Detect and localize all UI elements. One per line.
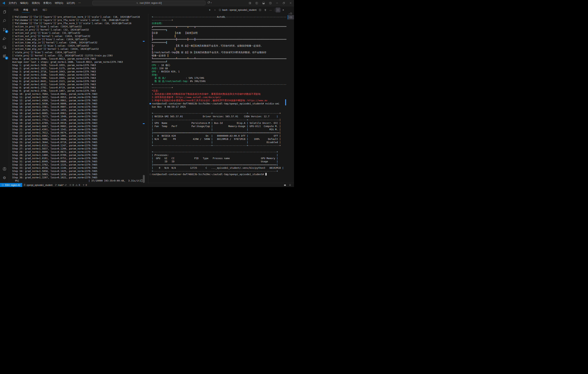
title-bar: 文件(F) 编辑(E) 选择(S) 查看(V) 转到(G) 运行(R) ⋯ ← … [0,0,294,6]
repo-indicator[interactable]: openpi_episode1_student [22,183,53,187]
warnings-icon [75,184,78,186]
source-control-badge: 6 [5,30,8,33]
activity-bar: 6 2 ⚙ [0,6,9,183]
panel-actions: + ∨ $ bash - openpi_episode1_student ··· [207,6,286,14]
close-panel-icon[interactable]: × [281,8,286,12]
bash-icon: $ [290,12,292,15]
menu-view[interactable]: 查看(V) [42,1,53,5]
tab-output[interactable]: 输出 [32,8,39,13]
repo-book-icon [23,184,26,186]
terminal-split-sash[interactable] [145,14,149,183]
radio-tower-icon [82,184,85,186]
branch-icon [55,184,57,186]
branch-label: main* [58,184,64,186]
copilot-icon[interactable] [282,183,288,187]
divider [274,9,274,11]
errors-icon [69,184,72,186]
command-decoration-dot[interactable] [149,103,151,105]
panel-header: 问题 终端 输出 端口 + ∨ $ bash - openpi_episode1… [9,6,294,14]
scrollbar-mark[interactable] [285,99,286,105]
menu-bar: 文件(F) 编辑(E) 选择(S) 查看(V) 转到(G) 运行(R) ⋯ [7,1,82,5]
accounts-icon[interactable] [0,164,9,173]
maximize-panel-icon[interactable] [275,8,280,12]
terminal-tab-item[interactable]: ┌ $ [288,12,294,15]
status-bar-right [282,183,294,187]
terminal-output-ssh-session[interactable]: +---------------------------------------… [149,14,286,176]
menu-file[interactable]: 文件(F) [7,1,18,5]
terminal-output-training-log[interactable]: ['PaliGemma']['llm']['layers']['pre_atte… [9,14,145,182]
command-decoration-ring[interactable] [149,174,151,175]
overview-ruler-mark [143,123,145,124]
terminal-pane-right[interactable]: +---------------------------------------… [149,14,286,183]
tab-ports[interactable]: 端口 [41,8,49,13]
notifications-bell-icon[interactable] [288,183,293,187]
status-bar: SSH: region-42 openpi_episode1_student m… [0,183,294,187]
kill-terminal-trash-icon[interactable] [263,8,268,12]
run-debug-icon[interactable] [0,34,9,43]
tree-branch-mark: ┌ [288,13,289,14]
terminal-pane-left[interactable]: ['PaliGemma']['llm']['layers']['pre_atte… [9,14,145,183]
remote-explorer-icon[interactable] [0,43,9,52]
search-sidebar-icon[interactable] [0,16,9,25]
ports-indicator[interactable]: 0 [81,183,88,187]
svg-text:$: $ [220,10,220,11]
bash-icon: $ [290,16,292,19]
errors-count: 0 [73,184,74,186]
scrollbar-thumb[interactable] [143,175,145,183]
menu-edit[interactable]: 编辑(E) [19,1,30,5]
toggle-sidebar-icon[interactable] [253,0,260,6]
explorer-icon[interactable] [0,7,9,16]
terminal-panel: 问题 终端 输出 端口 + ∨ $ bash - openpi_episode1… [9,6,294,183]
toggle-panel-icon[interactable] [260,0,267,6]
vscode-logo-icon [2,1,5,5]
svg-text:$: $ [291,17,291,18]
terminal-area: ['PaliGemma']['llm']['layers']['pre_atte… [9,14,294,183]
command-center-search[interactable]: root [SSH: region-42] [92,1,205,5]
source-control-icon[interactable]: 6 [0,25,9,34]
chevron-down-icon: ∨ [210,2,212,4]
terminal-tabs-rail [286,14,294,183]
svg-text:$: $ [291,13,291,14]
search-icon [136,2,138,4]
extensions-icon[interactable]: 2 [0,52,9,61]
remote-label: SSH: region-42 [5,184,20,186]
menu-run[interactable]: 运行(R) [65,1,76,5]
menu-selection[interactable]: 选择(S) [30,1,41,5]
tree-branch-mark: └ [288,16,289,18]
customize-layout-icon[interactable] [247,0,253,6]
split-terminal-icon[interactable] [258,8,262,12]
toggle-secondary-sidebar-icon[interactable] [267,0,274,6]
warnings-count: 0 [79,184,80,186]
remote-indicator[interactable]: SSH: region-42 [0,183,22,187]
git-branch-indicator[interactable]: main* [54,183,68,187]
more-actions-icon[interactable]: ··· [268,8,273,12]
window-arrow-icon [207,1,210,4]
close-button[interactable] [287,0,294,6]
settings-gear-icon[interactable]: ⚙ [0,173,9,182]
terminal-tabs-list: ┌ $ └ $ [288,12,294,19]
restore-button[interactable] [280,0,287,6]
sync-icon [64,184,67,186]
remote-icon [1,184,4,186]
minimize-button[interactable] [274,0,280,6]
vscode-window: 文件(F) 编辑(E) 选择(S) 查看(V) 转到(G) 运行(R) ⋯ ← … [0,0,294,187]
problems-indicator[interactable]: 0 0 [68,183,81,187]
menu-more[interactable]: ⋯ [77,1,82,5]
bash-icon: $ [219,9,221,11]
menu-goto[interactable]: 转到(G) [53,1,65,5]
terminal-session-label[interactable]: $ bash - openpi_episode1_student [219,9,256,11]
new-terminal-button[interactable]: + [207,8,212,12]
tab-problems[interactable]: 问题 [12,8,20,13]
ports-count: 0 [86,184,87,186]
terminal-dropdown-chevron-icon[interactable]: ∨ [213,8,218,12]
repo-label: openpi_episode1_student [27,184,52,186]
search-text: root [SSH: region-42] [140,2,162,4]
new-window-control[interactable]: ∨ [207,1,212,4]
window-controls [247,0,294,6]
tab-terminal[interactable]: 终端 [22,8,30,13]
overview-ruler-mark [143,41,145,42]
extensions-badge: 2 [5,57,8,60]
terminal-tab-item-selected[interactable]: └ $ [288,15,294,19]
panel-tabs: 问题 终端 输出 端口 [12,6,49,14]
